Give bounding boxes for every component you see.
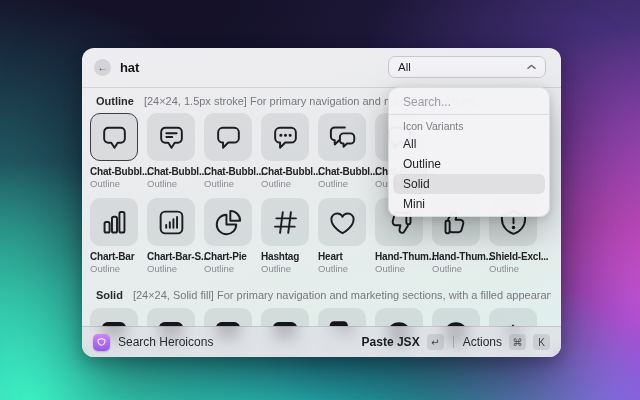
icon-name-label: Chat-Bubbl... [147,166,204,177]
icon-name-label: Shield-Excl... [489,251,546,262]
icon-variant-label: Outline [432,263,489,274]
icon-variant-label: Outline [147,178,204,189]
icon-name-label: Chat-Bubbl... [318,166,375,177]
footer-bar: Search Heroicons Paste JSX ↵ Actions ⌘ K [82,326,561,357]
icon-cell: HeartOutline [318,198,375,274]
dropdown-options: AllOutlineSolidMini [389,134,549,214]
dropdown-divider [389,114,549,115]
icon-cell: Chat-Bubbl...Outline [204,113,261,189]
dropdown-option-outline[interactable]: Outline [393,154,545,174]
solid-section-meta: [24×24, Solid fill] For primary navigati… [133,289,551,301]
icon-cell: HashtagOutline [261,198,318,274]
icon-cell: Chat-Bubbl...Outline [261,113,318,189]
icon-name-label: Hashtag [261,251,318,262]
icon-variant-label: Outline [261,263,318,274]
dropdown-search-input[interactable]: Search... [403,95,451,109]
icon-variant-label: Outline [318,263,375,274]
chart-bar-square-icon[interactable] [147,198,195,246]
chart-pie-icon[interactable] [204,198,252,246]
icon-variant-label: Outline [147,263,204,274]
icon-name-label: Chat-Bubbl... [90,166,147,177]
app-name-label: Search Heroicons [118,335,213,349]
variant-filter-value: All [398,61,411,73]
icon-name-label: Chat-Bubbl... [204,166,261,177]
icon-variant-label: Outline [90,263,147,274]
search-input[interactable]: hat [120,60,139,75]
outline-section-title: Outline [96,95,134,107]
chat-bubble-bottom-center-icon[interactable] [90,113,138,161]
dropdown-option-all[interactable]: All [393,134,545,154]
enter-key-badge: ↵ [427,334,444,350]
icon-name-label: Heart [318,251,375,262]
icon-name-label: Hand-Thum... [432,251,489,262]
icon-cell: Chat-Bubbl...Outline [318,113,375,189]
icon-name-label: Chart-Bar-S... [147,251,204,262]
chat-bubble-bottom-center-text-icon[interactable] [147,113,195,161]
icon-name-label: Chart-Bar [90,251,147,262]
dropdown-option-mini[interactable]: Mini [393,194,545,214]
variant-filter-select[interactable]: All [388,56,546,78]
solid-section-title: Solid [96,289,123,301]
dropdown-group-label: Icon Variants [403,120,464,132]
icon-cell: Chart-BarOutline [90,198,147,274]
icon-cell: Chart-PieOutline [204,198,261,274]
icon-name-label: Chart-Pie [204,251,261,262]
icon-variant-label: Outline [375,263,432,274]
chart-bar-icon[interactable] [90,198,138,246]
paste-jsx-button[interactable]: Paste JSX [362,335,420,349]
chat-bubble-left-right-icon[interactable] [318,113,366,161]
arrow-left-icon: ← [98,62,108,73]
dropdown-option-solid[interactable]: Solid [393,174,545,194]
back-button[interactable]: ← [94,59,111,76]
footer-actions: Paste JSX ↵ Actions ⌘ K [362,334,550,350]
icon-variant-label: Outline [261,178,318,189]
chat-bubble-left-icon[interactable] [204,113,252,161]
icon-variant-label: Outline [489,263,546,274]
icon-cell: Chat-Bubbl...Outline [90,113,147,189]
icon-name-label: Chat-Bubbl... [261,166,318,177]
heroicons-logo-icon [93,334,110,351]
icon-name-label: Hand-Thum... [375,251,432,262]
icon-variant-label: Outline [318,178,375,189]
hashtag-icon[interactable] [261,198,309,246]
actions-button[interactable]: Actions [463,335,502,349]
icon-cell: Chart-Bar-S...Outline [147,198,204,274]
variant-dropdown-menu: Search... Icon Variants AllOutlineSolidM… [388,87,550,217]
heart-icon[interactable] [318,198,366,246]
icon-variant-label: Outline [90,178,147,189]
icon-cell: Chat-Bubbl...Outline [147,113,204,189]
footer-divider [453,336,454,348]
solid-section-header: Solid [24×24, Solid fill] For primary na… [96,289,551,301]
command-key-badge: ⌘ [509,334,526,350]
chat-bubble-left-ellipsis-icon[interactable] [261,113,309,161]
heroicons-window: ← hat All Outline [24×24, 1.5px stroke] … [82,48,561,357]
k-key-badge: K [533,334,550,350]
icon-variant-label: Outline [204,178,261,189]
desktop-background: ← hat All Outline [24×24, 1.5px stroke] … [0,0,640,400]
icon-variant-label: Outline [204,263,261,274]
chevron-up-icon [527,64,536,70]
